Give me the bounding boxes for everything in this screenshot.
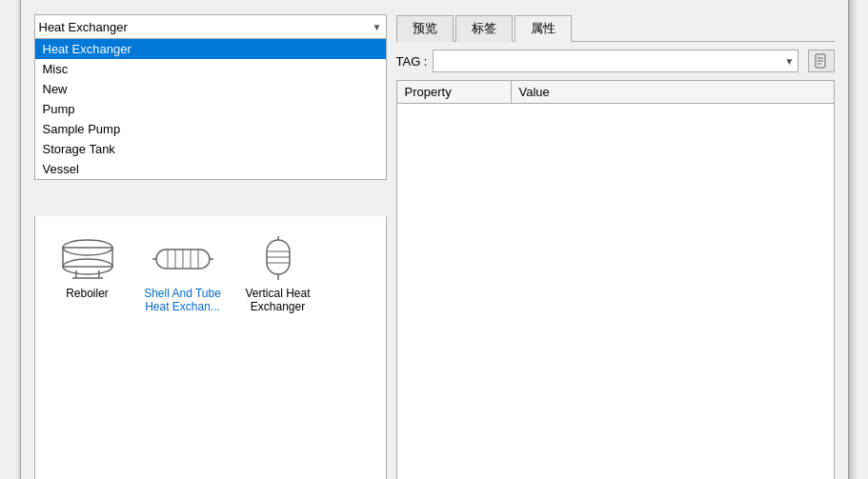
dropdown-item-vessel[interactable]: Vessel — [35, 159, 386, 179]
tab-tags[interactable]: 标签 — [455, 15, 513, 42]
tab-preview[interactable]: 预览 — [396, 15, 454, 42]
device-type-list: Heat Exchanger Misc New Pump Sample Pump… — [34, 39, 387, 180]
file-icon — [814, 53, 829, 69]
selected-device-label: Heat Exchanger — [39, 20, 373, 34]
tag-label: TAG : — [396, 54, 428, 69]
left-panel: Heat Exchanger ▼ Heat Exchanger Misc New… — [34, 14, 387, 479]
dropdown-item-heat-exchanger[interactable]: Heat Exchanger — [35, 39, 386, 59]
tag-row: TAG : ▼ — [396, 50, 835, 72]
equipment-section-label: 设备 — [34, 0, 835, 1]
main-content: Heat Exchanger ▼ Heat Exchanger Misc New… — [34, 14, 835, 479]
device-item-reboiler[interactable]: Reboiler — [45, 235, 131, 300]
tag-dropdown-arrow-icon: ▼ — [785, 56, 795, 67]
create-device-dialog: 创建设备 ? × 设备 Heat Exchanger ▼ Heat Exchan… — [20, 0, 849, 479]
dialog-body: 设备 Heat Exchanger ▼ Heat Exchanger Misc … — [21, 0, 848, 479]
right-panel: 预览 标签 属性 TAG : ▼ — [396, 14, 835, 479]
shell-tube-icon — [152, 235, 213, 283]
svg-rect-4 — [63, 248, 112, 267]
device-icon-grid: Reboiler — [34, 216, 387, 479]
dropdown-item-pump[interactable]: Pump — [35, 99, 386, 119]
tag-input[interactable] — [433, 50, 797, 72]
tabs-row: 预览 标签 属性 — [396, 14, 835, 42]
dropdown-arrow-icon: ▼ — [373, 22, 382, 32]
reboiler-icon — [57, 235, 118, 283]
device-item-shell-tube[interactable]: Shell And TubeHeat Exchan... — [140, 235, 226, 313]
dropdown-item-storage-tank[interactable]: Storage Tank — [35, 139, 386, 159]
tab-properties[interactable]: 属性 — [515, 15, 572, 42]
vertical-heat-exchanger-label: Vertical HeatExchanger — [245, 287, 310, 313]
column-header-value: Value — [512, 81, 834, 103]
dropdown-item-sample-pump[interactable]: Sample Pump — [35, 119, 386, 139]
property-table: Property Value — [396, 80, 835, 479]
device-type-dropdown-wrapper: Heat Exchanger ▼ Heat Exchanger Misc New… — [34, 14, 387, 39]
device-item-vertical-heat-exchanger[interactable]: Vertical HeatExchanger — [235, 235, 321, 313]
device-type-select[interactable]: Heat Exchanger ▼ — [34, 14, 387, 39]
column-header-property: Property — [397, 81, 512, 103]
property-table-body — [397, 104, 834, 389]
dropdown-item-misc[interactable]: Misc — [35, 59, 386, 79]
tag-file-button[interactable] — [808, 50, 835, 72]
dropdown-item-new[interactable]: New — [35, 79, 386, 99]
reboiler-label: Reboiler — [66, 287, 109, 300]
property-table-header: Property Value — [397, 81, 834, 104]
shell-tube-label: Shell And TubeHeat Exchan... — [144, 287, 221, 313]
vertical-heat-exchanger-icon — [248, 235, 309, 283]
tag-input-container: ▼ — [433, 50, 797, 72]
